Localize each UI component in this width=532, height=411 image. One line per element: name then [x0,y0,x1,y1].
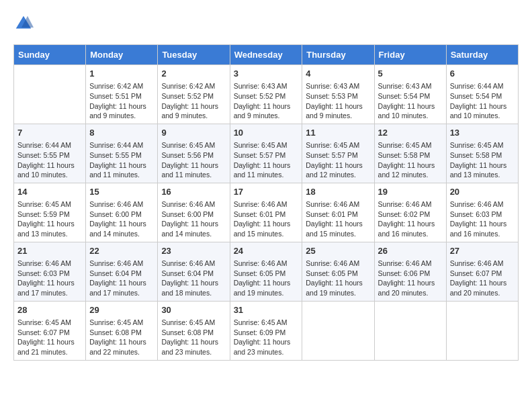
day-info-line: Daylight: 11 hours and 15 minutes. [234,219,299,238]
day-number: 5 [378,68,443,80]
calendar-cell: 23Sunrise: 6:46 AMSunset: 6:04 PMDayligh… [158,242,230,301]
day-number: 4 [306,68,370,80]
day-number: 7 [17,127,82,139]
day-info-line: Sunset: 5:55 PM [17,150,82,161]
day-info-line: Daylight: 11 hours and 15 minutes. [306,219,370,238]
logo [13,13,36,34]
calendar-cell: 20Sunrise: 6:46 AMSunset: 6:03 PMDayligh… [446,183,518,242]
day-info-line: Sunset: 5:52 PM [161,91,226,101]
calendar-cell: 27Sunrise: 6:46 AMSunset: 6:07 PMDayligh… [446,242,518,301]
day-info-line: Daylight: 11 hours and 21 minutes. [17,337,82,357]
day-info-line: Daylight: 11 hours and 20 minutes. [450,278,515,298]
calendar-cell [302,301,374,360]
calendar-cell: 4Sunrise: 6:43 AMSunset: 5:53 PMDaylight… [302,65,374,124]
day-number: 29 [89,304,154,316]
calendar-week-row: 21Sunrise: 6:46 AMSunset: 6:03 PMDayligh… [14,242,519,301]
calendar-cell: 21Sunrise: 6:46 AMSunset: 6:03 PMDayligh… [14,242,86,301]
day-info-line: Daylight: 11 hours and 11 minutes. [234,161,299,180]
calendar-week-row: 14Sunrise: 6:45 AMSunset: 5:59 PMDayligh… [14,183,519,242]
day-info-line: Daylight: 11 hours and 10 minutes. [17,161,82,180]
day-info-line: Sunset: 6:01 PM [234,210,299,220]
day-number: 21 [17,245,82,257]
day-number: 17 [234,186,299,198]
day-header-saturday: Saturday [446,45,518,65]
day-number: 18 [306,186,370,198]
day-number: 13 [450,127,515,139]
day-info-line: Sunset: 5:52 PM [234,91,299,101]
calendar-cell: 2Sunrise: 6:42 AMSunset: 5:52 PMDaylight… [158,65,230,124]
day-info-line: Daylight: 11 hours and 16 minutes. [378,219,443,238]
day-info-line: Sunrise: 6:45 AM [450,140,515,150]
day-number: 3 [234,68,299,80]
day-info-line: Sunset: 6:00 PM [161,210,226,220]
day-number: 15 [89,186,154,198]
day-info-line: Sunrise: 6:45 AM [161,318,226,328]
day-info-line: Sunrise: 6:45 AM [306,140,370,150]
day-header-monday: Monday [86,45,158,65]
day-info-line: Sunrise: 6:46 AM [378,259,443,269]
day-info-line: Sunset: 6:07 PM [450,269,515,279]
day-info-line: Daylight: 11 hours and 23 minutes. [234,337,299,357]
day-info-line: Sunrise: 6:44 AM [450,81,515,91]
calendar-cell: 28Sunrise: 6:45 AMSunset: 6:07 PMDayligh… [14,301,86,360]
day-info-line: Sunset: 6:01 PM [306,210,370,220]
day-number: 2 [161,68,226,80]
day-info-line: Daylight: 11 hours and 12 minutes. [306,161,370,180]
calendar-cell: 26Sunrise: 6:46 AMSunset: 6:06 PMDayligh… [374,242,446,301]
day-info-line: Sunrise: 6:43 AM [234,81,299,91]
day-info-line: Sunrise: 6:46 AM [378,199,443,210]
day-info-line: Sunset: 6:02 PM [378,210,443,220]
calendar-cell: 22Sunrise: 6:46 AMSunset: 6:04 PMDayligh… [86,242,158,301]
day-info-line: Sunrise: 6:46 AM [450,199,515,210]
calendar-cell: 5Sunrise: 6:43 AMSunset: 5:54 PMDaylight… [374,65,446,124]
day-header-wednesday: Wednesday [230,45,302,65]
day-number: 28 [17,304,82,316]
calendar-cell: 25Sunrise: 6:46 AMSunset: 6:05 PMDayligh… [302,242,374,301]
day-info-line: Daylight: 11 hours and 22 minutes. [89,337,154,357]
day-info-line: Sunrise: 6:43 AM [306,81,370,91]
day-info-line: Sunset: 6:04 PM [89,269,154,279]
day-info-line: Sunset: 6:00 PM [89,210,154,220]
day-number: 27 [450,245,515,257]
calendar-cell: 24Sunrise: 6:46 AMSunset: 6:05 PMDayligh… [230,242,302,301]
day-info-line: Daylight: 11 hours and 9 minutes. [234,101,299,121]
calendar-table: SundayMondayTuesdayWednesdayThursdayFrid… [13,44,519,361]
day-info-line: Daylight: 11 hours and 17 minutes. [17,278,82,298]
day-info-line: Sunrise: 6:45 AM [17,318,82,328]
day-info-line: Sunrise: 6:45 AM [161,140,226,150]
day-number: 23 [161,245,226,257]
calendar-week-row: 1Sunrise: 6:42 AMSunset: 5:51 PMDaylight… [14,65,519,124]
day-number: 20 [450,186,515,198]
day-info-line: Sunrise: 6:46 AM [161,259,226,269]
day-info-line: Sunset: 5:57 PM [234,150,299,161]
day-info-line: Sunset: 5:51 PM [89,91,154,101]
day-info-line: Sunrise: 6:42 AM [161,81,226,91]
day-info-line: Sunrise: 6:46 AM [161,199,226,210]
day-number: 26 [378,245,443,257]
calendar-cell: 6Sunrise: 6:44 AMSunset: 5:54 PMDaylight… [446,65,518,124]
day-info-line: Daylight: 11 hours and 14 minutes. [89,219,154,238]
day-info-line: Sunrise: 6:44 AM [17,140,82,150]
day-info-line: Sunset: 6:08 PM [89,328,154,338]
day-info-line: Sunrise: 6:46 AM [234,259,299,269]
day-info-line: Sunrise: 6:46 AM [89,259,154,269]
calendar-cell: 18Sunrise: 6:46 AMSunset: 6:01 PMDayligh… [302,183,374,242]
calendar-cell: 11Sunrise: 6:45 AMSunset: 5:57 PMDayligh… [302,124,374,183]
day-number: 14 [17,186,82,198]
calendar-cell [374,301,446,360]
day-info-line: Sunrise: 6:44 AM [89,140,154,150]
day-number: 12 [378,127,443,139]
day-number: 8 [89,127,154,139]
day-info-line: Sunrise: 6:42 AM [89,81,154,91]
calendar-cell [446,301,518,360]
day-info-line: Sunset: 5:58 PM [450,150,515,161]
day-info-line: Sunset: 6:03 PM [17,269,82,279]
day-info-line: Sunset: 5:59 PM [17,210,82,220]
day-info-line: Sunset: 6:05 PM [306,269,370,279]
day-info-line: Daylight: 11 hours and 9 minutes. [89,101,154,121]
day-info-line: Sunset: 6:07 PM [17,328,82,338]
day-info-line: Sunrise: 6:45 AM [378,140,443,150]
calendar-cell: 30Sunrise: 6:45 AMSunset: 6:08 PMDayligh… [158,301,230,360]
day-info-line: Daylight: 11 hours and 13 minutes. [450,161,515,180]
calendar-cell: 8Sunrise: 6:44 AMSunset: 5:55 PMDaylight… [86,124,158,183]
